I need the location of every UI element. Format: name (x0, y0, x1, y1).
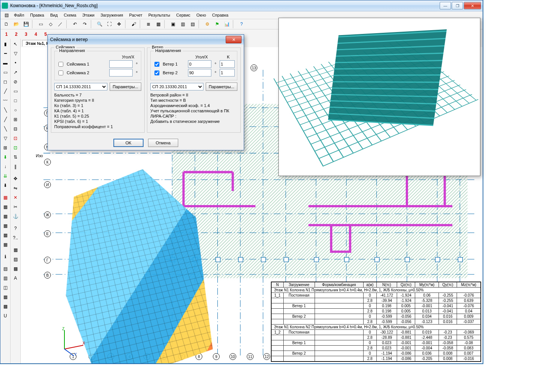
view2-icon[interactable]: ▨ (11, 255, 20, 264)
line4-icon[interactable]: ╲ (1, 124, 10, 133)
minimize-button[interactable]: — (440, 2, 451, 9)
view4-icon[interactable]: A (11, 274, 20, 283)
opening-icon[interactable]: ◻ (1, 77, 10, 86)
view3-icon[interactable]: ▩ (11, 264, 20, 273)
menu-service[interactable]: Сервис (173, 12, 194, 18)
arrow-icon[interactable]: ↗ (11, 68, 20, 77)
undo-icon[interactable]: ↶ (70, 20, 79, 29)
grid2-icon[interactable]: ⊞ (11, 115, 20, 124)
info-icon[interactable]: ℹ (1, 252, 10, 261)
wind-2-angle-input[interactable] (188, 69, 211, 77)
line2-icon[interactable]: ╲ (1, 106, 10, 115)
menu-window[interactable]: Окно (193, 12, 209, 18)
menu-scheme[interactable]: Схема (61, 12, 79, 18)
arrows-icon[interactable]: ⇅ (11, 153, 20, 162)
tab-2[interactable]: 2 (12, 30, 21, 39)
menu-file[interactable]: Файл (11, 12, 27, 18)
mode4-icon[interactable]: ▦ (1, 221, 10, 230)
column-icon[interactable]: ▮ (1, 40, 10, 49)
tab-1[interactable]: 1 (2, 30, 11, 39)
menu-results[interactable]: Результаты (145, 12, 173, 18)
load3-icon[interactable]: ⬇ (1, 181, 10, 190)
refresh-icon[interactable]: 🖌 (129, 20, 138, 29)
menu-floors[interactable]: Этажи (79, 12, 97, 18)
mode3-icon[interactable]: ▦ (1, 212, 10, 221)
load2-icon[interactable]: ⇊ (1, 172, 10, 181)
grid-icon[interactable]: ▦ (154, 20, 163, 29)
select-rect-icon[interactable]: ▭ (36, 20, 45, 29)
line3-icon[interactable]: ╱ (1, 115, 10, 124)
menu-edit[interactable]: Правка (27, 12, 47, 18)
query2-icon[interactable]: ?.. (11, 233, 20, 242)
menu-help[interactable]: Справка (209, 12, 231, 18)
mode1-icon[interactable]: ▦ (1, 193, 10, 202)
res1-icon[interactable]: ▤ (1, 264, 10, 273)
pile-icon[interactable]: ⬇ (1, 153, 10, 162)
mode6-icon[interactable]: ▦ (1, 240, 10, 249)
open-icon[interactable]: 📂 (12, 20, 21, 29)
layers-icon[interactable]: ≣ (144, 20, 153, 29)
tool-c-icon[interactable]: ▤ (188, 20, 197, 29)
tab-4[interactable]: 4 (31, 30, 40, 39)
hide-icon[interactable]: ⊘ (11, 77, 20, 86)
slab-icon[interactable]: ▭ (1, 68, 10, 77)
load-icon[interactable]: ↓ (1, 162, 10, 171)
seismic-code-select[interactable]: СП 14.13330.2011 (54, 83, 107, 90)
seismic-params-button[interactable]: Параметры... (110, 83, 141, 91)
seismic-1-angle-input[interactable] (109, 60, 133, 68)
wind-2-k-input[interactable] (220, 69, 235, 77)
cut-icon[interactable]: ✂ (11, 202, 20, 211)
wind-1-checkbox[interactable] (154, 62, 159, 67)
mode5-icon[interactable]: ▦ (1, 231, 10, 240)
seismic-1-checkbox[interactable] (58, 62, 63, 67)
zoom-window-icon[interactable]: 🔍 (95, 20, 104, 29)
wind-1-k-input[interactable] (220, 60, 235, 68)
grid-h-icon[interactable]: ⊞ (1, 143, 10, 152)
menu-calc[interactable]: Расчет (126, 12, 145, 18)
rect-icon[interactable]: ▭ (11, 87, 20, 96)
res4-icon[interactable]: ▦ (1, 292, 10, 302)
seismic-2-angle-input[interactable] (109, 69, 133, 77)
new-icon[interactable]: 🗋 (2, 20, 11, 29)
wind-2-checkbox[interactable] (154, 70, 159, 75)
tool-a-icon[interactable]: ▣ (168, 20, 177, 29)
query-icon[interactable]: ? (11, 224, 20, 233)
cancel-button[interactable]: Отмена (148, 139, 178, 147)
help-icon[interactable]: ? (237, 20, 246, 29)
dialog-close-button[interactable]: ✕ (226, 36, 242, 43)
tab-3[interactable]: 3 (21, 30, 31, 39)
support-icon[interactable]: ▽ (1, 134, 10, 143)
pan-icon[interactable]: ✥ (115, 20, 124, 29)
dot-icon[interactable]: ○ (11, 106, 20, 115)
flag-icon[interactable]: ⚑ (212, 20, 222, 29)
u-icon[interactable]: U (1, 311, 10, 320)
sq-icon[interactable]: □ (11, 96, 20, 105)
app-menu-icon[interactable]: ▤ (2, 11, 11, 20)
ok-button[interactable]: OK (113, 139, 144, 147)
mode2-icon[interactable]: ▦ (1, 202, 10, 211)
redo-icon[interactable]: ↷ (80, 20, 89, 29)
bars-icon[interactable]: ‖ (11, 162, 20, 171)
anchor-icon[interactable]: ⚓ (11, 212, 20, 221)
red1-icon[interactable]: ⊡ (11, 134, 20, 143)
res2-icon[interactable]: ▥ (1, 274, 10, 283)
select-poly-icon[interactable]: ◇ (46, 20, 55, 29)
wall-icon[interactable]: ▬ (1, 58, 10, 67)
maximize-button[interactable]: ❐ (452, 2, 463, 9)
preview-3d-window[interactable] (278, 18, 480, 176)
chart-icon[interactable]: 📊 (222, 20, 231, 29)
zigzag-icon[interactable]: 〰 (1, 96, 10, 105)
select-line-icon[interactable]: ／ (56, 20, 65, 29)
mirror-icon[interactable]: ⇋ (11, 184, 20, 193)
wind-params-button[interactable]: Параметры... (206, 83, 237, 91)
close-button[interactable]: ✕ (464, 2, 481, 9)
grid3-icon[interactable]: ⊟ (11, 124, 20, 133)
wind-1-angle-input[interactable] (188, 60, 211, 68)
delete-icon[interactable]: ✕ (11, 193, 20, 202)
beam-icon[interactable]: ━ (1, 49, 10, 58)
res5-icon[interactable]: ▩ (1, 302, 10, 311)
green1-icon[interactable]: ⊡ (11, 143, 20, 152)
move-icon[interactable]: ✥ (11, 174, 20, 183)
view1-icon[interactable]: ▦ (11, 245, 20, 254)
tool-b-icon[interactable]: ▥ (178, 20, 187, 29)
